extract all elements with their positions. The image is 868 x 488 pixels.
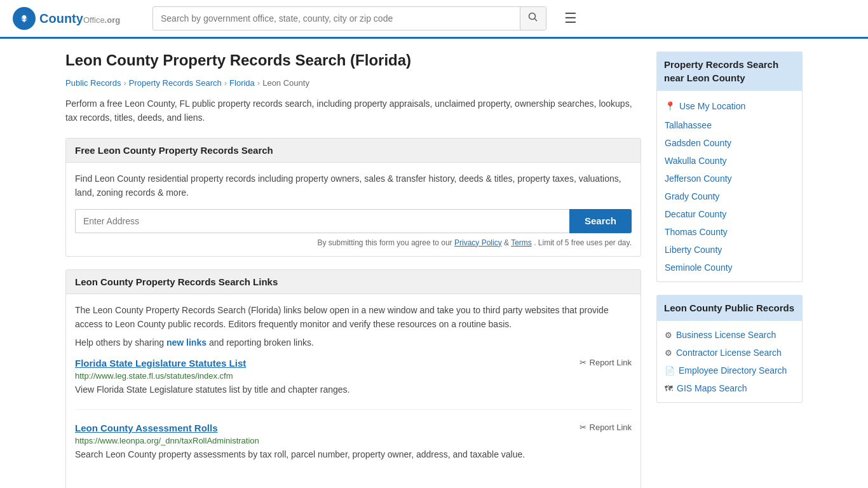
link-item-2-description: Search Leon County property assessments …: [75, 448, 632, 461]
gadsden-link[interactable]: Gadsden County: [665, 138, 731, 148]
page-description: Perform a free Leon County, FL public pr…: [65, 97, 641, 125]
gear-icon-1: ⚙: [665, 330, 672, 340]
sidebar-item-employee-directory[interactable]: 📄 Employee Directory Search: [657, 362, 802, 379]
grady-link[interactable]: Grady County: [665, 191, 719, 201]
tallahassee-link[interactable]: Tallahassee: [665, 120, 712, 130]
hamburger-button[interactable]: ☰: [564, 10, 577, 27]
use-my-location-link[interactable]: Use My Location: [679, 101, 745, 111]
sidebar-public-records-title: Leon County Public Records: [656, 295, 803, 321]
breadcrumb-sep-3: ›: [257, 78, 260, 88]
links-section: Leon County Property Records Search Link…: [65, 269, 641, 488]
free-search-section: Free Leon County Property Records Search…: [65, 138, 641, 257]
doc-icon-1: 📄: [665, 366, 675, 376]
scissors-icon-1: ✂: [580, 358, 587, 367]
breadcrumb-sep-2: ›: [224, 78, 227, 88]
sidebar-item-seminole[interactable]: Seminole County: [657, 259, 802, 276]
thomas-link[interactable]: Thomas County: [665, 227, 728, 237]
free-search-body: Find Leon County residential property re…: [66, 163, 641, 256]
address-search-form: Search: [75, 209, 632, 233]
breadcrumb-leon-county: Leon County: [262, 78, 309, 88]
breadcrumb: Public Records › Property Records Search…: [65, 78, 641, 88]
breadcrumb-florida[interactable]: Florida: [229, 78, 255, 88]
link-item-1-url: http://www.leg.state.fl.us/statutes/inde…: [75, 371, 632, 381]
free-search-description: Find Leon County residential property re…: [75, 172, 632, 200]
privacy-policy-link[interactable]: Privacy Policy: [454, 238, 502, 247]
terms-link[interactable]: Terms: [511, 238, 532, 247]
sidebar-item-thomas[interactable]: Thomas County: [657, 223, 802, 241]
header: CountyOffice.org ☰: [0, 0, 868, 39]
decatur-link[interactable]: Decatur County: [665, 209, 726, 219]
seminole-link[interactable]: Seminole County: [665, 262, 733, 273]
employee-directory-link[interactable]: Employee Directory Search: [679, 365, 787, 376]
gear-icon-2: ⚙: [665, 348, 672, 358]
free-search-header: Free Leon County Property Records Search: [66, 139, 641, 163]
sidebar-item-contractor-license[interactable]: ⚙ Contractor License Search: [657, 344, 802, 362]
links-section-header: Leon County Property Records Search Link…: [66, 270, 641, 294]
svg-point-2: [529, 13, 536, 20]
links-description: The Leon County Property Records Search …: [75, 303, 632, 332]
sidebar: Property Records Search near Leon County…: [656, 51, 803, 488]
page-title: Leon County Property Records Search (Flo…: [65, 51, 641, 69]
business-license-link[interactable]: Business License Search: [676, 330, 776, 340]
address-input[interactable]: [75, 209, 569, 233]
jefferson-link[interactable]: Jefferson County: [665, 173, 732, 184]
sidebar-item-liberty[interactable]: Liberty County: [657, 241, 802, 259]
use-my-location-item[interactable]: 📍 Use My Location: [657, 96, 802, 116]
link-item-2-url: https://www.leonpa.org/_dnn/taxRollAdmin…: [75, 436, 632, 445]
svg-point-1: [22, 15, 26, 19]
sidebar-item-jefferson[interactable]: Jefferson County: [657, 170, 802, 187]
sidebar-public-records-section: Leon County Public Records ⚙ Business Li…: [656, 295, 803, 403]
links-section-body: The Leon County Property Records Search …: [66, 294, 641, 488]
report-link-1-button[interactable]: ✂ Report Link: [580, 358, 632, 367]
breadcrumb-sep-1: ›: [123, 78, 126, 88]
header-search-input[interactable]: [153, 8, 520, 29]
report-link-2-button[interactable]: ✂ Report Link: [580, 423, 632, 432]
breadcrumb-public-records[interactable]: Public Records: [65, 78, 121, 88]
sidebar-item-tallahassee[interactable]: Tallahassee: [657, 116, 802, 134]
sidebar-item-gis-maps[interactable]: 🗺 GIS Maps Search: [657, 379, 802, 397]
link-item-2-title[interactable]: Leon County Assessment Rolls: [75, 423, 218, 433]
link-item-1: Florida State Legislature Statutes List …: [75, 358, 632, 410]
gis-maps-link[interactable]: GIS Maps Search: [677, 383, 747, 393]
sidebar-item-business-license[interactable]: ⚙ Business License Search: [657, 326, 802, 344]
link-item-2-header: Leon County Assessment Rolls ✂ Report Li…: [75, 423, 632, 433]
link-item-1-title[interactable]: Florida State Legislature Statutes List: [75, 358, 246, 369]
header-search-button[interactable]: [520, 7, 546, 30]
hamburger-icon: ☰: [564, 10, 577, 26]
search-submit-button[interactable]: Search: [569, 209, 632, 233]
scissors-icon-2: ✂: [580, 423, 587, 432]
sidebar-item-grady[interactable]: Grady County: [657, 187, 802, 205]
header-search-container: [153, 6, 546, 30]
sidebar-nearby-section: Property Records Search near Leon County…: [656, 51, 803, 282]
sidebar-public-records-body: ⚙ Business License Search ⚙ Contractor L…: [656, 321, 803, 403]
main-container: Leon County Property Records Search (Flo…: [53, 39, 815, 488]
logo-area: CountyOffice.org: [13, 7, 140, 30]
sidebar-item-gadsden[interactable]: Gadsden County: [657, 134, 802, 152]
sidebar-item-wakulla[interactable]: Wakulla County: [657, 152, 802, 170]
liberty-link[interactable]: Liberty County: [665, 245, 722, 255]
contractor-license-link[interactable]: Contractor License Search: [676, 348, 782, 358]
sidebar-item-decatur[interactable]: Decatur County: [657, 205, 802, 223]
new-links-link[interactable]: new links: [166, 337, 207, 348]
link-item-1-header: Florida State Legislature Statutes List …: [75, 358, 632, 369]
logo-icon: [13, 7, 36, 30]
help-text: Help others by sharing new links and rep…: [75, 337, 632, 348]
link-item-1-description: View Florida State Legislature statutes …: [75, 383, 632, 396]
content-area: Leon County Property Records Search (Flo…: [65, 51, 641, 488]
sidebar-nearby-body: 📍 Use My Location Tallahassee Gadsden Co…: [656, 91, 803, 282]
location-pin-icon: 📍: [665, 101, 675, 111]
logo-text: CountyOffice.org: [39, 11, 120, 26]
wakulla-link[interactable]: Wakulla County: [665, 156, 727, 166]
form-disclaimer: By submitting this form you agree to our…: [75, 238, 632, 247]
svg-line-3: [535, 19, 538, 22]
sidebar-nearby-title: Property Records Search near Leon County: [656, 51, 803, 91]
breadcrumb-property-records-search[interactable]: Property Records Search: [129, 78, 222, 88]
link-item-2: Leon County Assessment Rolls ✂ Report Li…: [75, 423, 632, 474]
map-icon-1: 🗺: [665, 384, 673, 393]
